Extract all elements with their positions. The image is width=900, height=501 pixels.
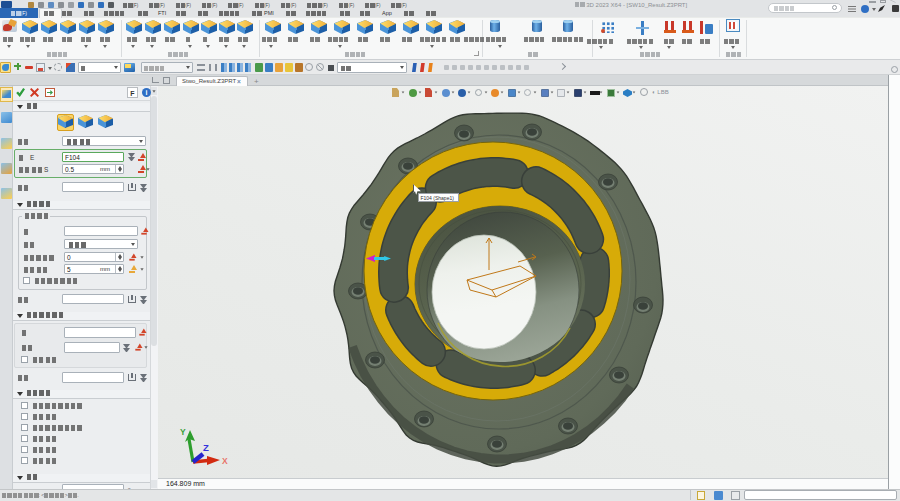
svg-text:Y: Y — [180, 427, 186, 437]
svg-text:Z: Z — [203, 442, 209, 453]
svg-text:X: X — [222, 456, 228, 466]
